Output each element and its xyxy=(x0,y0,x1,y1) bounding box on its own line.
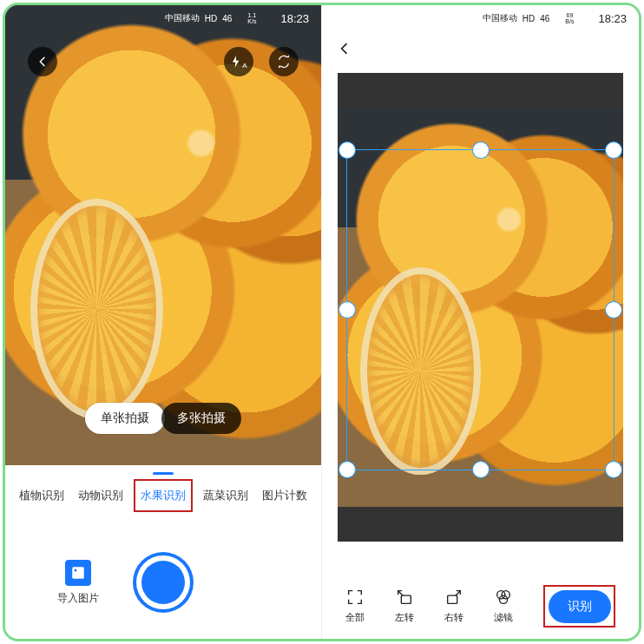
import-label: 导入图片 xyxy=(57,591,99,606)
edit-canvas xyxy=(338,73,623,542)
crop-handle-tr[interactable] xyxy=(606,142,621,158)
category-tabs: 植物识别 动物识别 水果识别 蔬菜识别 图片计数 xyxy=(5,474,321,517)
crop-handle-bc[interactable] xyxy=(473,462,489,477)
tab-count[interactable]: 图片计数 xyxy=(259,483,311,509)
single-shot-label: 单张拍摄 xyxy=(101,411,149,426)
carrier-label: 中国移动 xyxy=(483,12,517,24)
tab-vegetable[interactable]: 蔬菜识别 xyxy=(200,483,252,509)
crop-box[interactable] xyxy=(346,149,614,470)
back-button[interactable] xyxy=(336,40,353,61)
edit-screen: 中国移动 HD 46 69B/s xyxy=(322,5,639,639)
tool-filter[interactable]: 滤镜 xyxy=(494,588,513,624)
shutter-button[interactable] xyxy=(133,552,194,613)
hd-badge: HD xyxy=(522,14,535,23)
tool-rotate-right[interactable]: 右转 xyxy=(444,588,463,624)
network-gen: 46 xyxy=(540,14,549,23)
tool-all-label: 全部 xyxy=(345,611,365,624)
multi-shot-button[interactable]: 多张拍摄 xyxy=(161,403,241,434)
crop-handle-bl[interactable] xyxy=(339,462,355,477)
recognize-highlight-box: 识别 xyxy=(543,585,615,628)
tab-animal[interactable]: 动物识别 xyxy=(75,483,127,509)
status-bar: 中国移动 HD 46 69B/s xyxy=(322,9,639,28)
svg-rect-12 xyxy=(402,595,411,603)
rotate-right-icon xyxy=(444,588,463,608)
svg-rect-13 xyxy=(448,595,457,603)
single-shot-button[interactable]: 单张拍摄 xyxy=(85,403,165,434)
tab-fruit[interactable]: 水果识别 xyxy=(134,479,193,512)
edit-header xyxy=(322,33,639,68)
active-tab-indicator xyxy=(153,472,174,475)
flash-button[interactable]: A xyxy=(224,47,253,76)
crop-handle-tc[interactable] xyxy=(473,142,489,158)
tab-plant[interactable]: 植物识别 xyxy=(16,483,68,509)
camera-screen: 中国移动 HD 46 1.1K/s xyxy=(5,5,322,639)
crop-handle-br[interactable] xyxy=(606,462,621,477)
back-button[interactable] xyxy=(28,47,57,76)
edit-toolbar: 全部 左转 右转 滤镜 xyxy=(322,580,639,632)
camera-viewfinder: A 单张拍摄 多张拍摄 xyxy=(5,5,321,465)
clock: 18:23 xyxy=(598,12,627,25)
crop-handle-mr[interactable] xyxy=(606,302,621,318)
shutter-zone: 导入图片 xyxy=(5,526,321,639)
image-icon xyxy=(65,560,91,586)
expand-icon xyxy=(345,588,365,608)
tool-rotate-left[interactable]: 左转 xyxy=(395,588,414,624)
flash-mode-label: A xyxy=(242,62,246,69)
tool-rotate-left-label: 左转 xyxy=(395,611,414,624)
filter-icon xyxy=(494,588,513,608)
tool-rotate-right-label: 右转 xyxy=(444,611,463,624)
shutter-inner xyxy=(141,561,185,604)
tool-filter-label: 滤镜 xyxy=(494,611,513,624)
switch-camera-button[interactable] xyxy=(269,47,299,76)
svg-point-16 xyxy=(499,595,507,603)
recognize-label: 识别 xyxy=(568,599,592,613)
crop-handle-ml[interactable] xyxy=(339,302,355,318)
svg-point-15 xyxy=(502,591,509,599)
tool-all[interactable]: 全部 xyxy=(345,588,365,624)
rotate-left-icon xyxy=(395,588,414,608)
crop-handle-tl[interactable] xyxy=(339,142,355,158)
multi-shot-label: 多张拍摄 xyxy=(177,411,226,426)
svg-point-6 xyxy=(75,568,77,571)
net-speed: 69B/s xyxy=(565,12,574,24)
recognize-button[interactable]: 识别 xyxy=(549,590,611,623)
import-image-button[interactable]: 导入图片 xyxy=(57,560,99,606)
